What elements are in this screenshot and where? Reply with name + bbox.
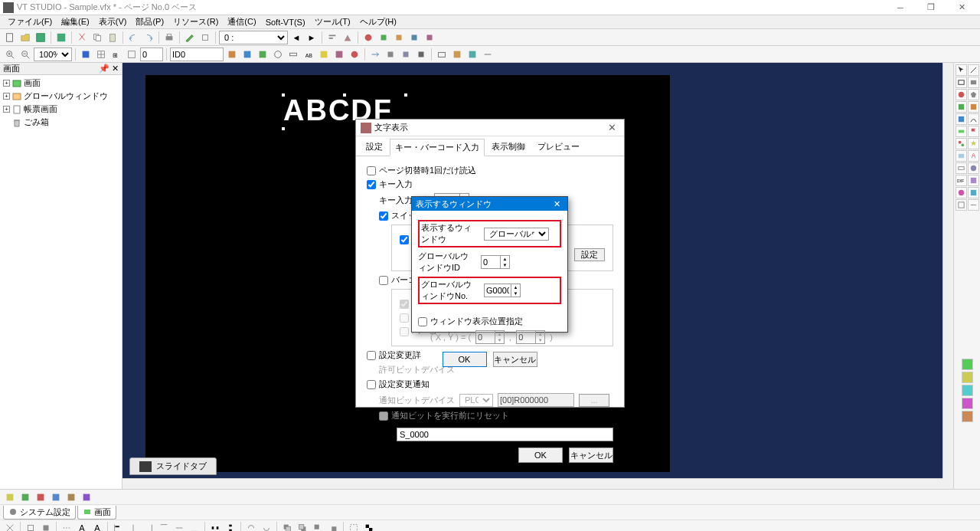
zoomin-icon[interactable] (3, 48, 17, 61)
paste-icon[interactable] (106, 31, 119, 44)
dlg1-ok-button[interactable]: OK (518, 447, 563, 463)
tb2f-icon[interactable]: AB (302, 48, 315, 61)
sel-window[interactable]: グローバルウィンドウ (484, 228, 549, 241)
tab-system[interactable]: システム設定 (3, 506, 76, 520)
rt-magenta-icon[interactable] (962, 398, 973, 409)
bt-ungroup-icon[interactable] (362, 521, 376, 532)
edit-icon[interactable] (183, 31, 197, 44)
tb2m-icon[interactable] (414, 48, 428, 61)
tab-screen[interactable]: 画面 (77, 506, 116, 520)
bt-align1-icon[interactable] (111, 521, 125, 532)
tb2j-icon[interactable] (368, 48, 382, 61)
rt-dxf-icon[interactable]: DXF (956, 175, 967, 186)
rt-combo-icon[interactable] (956, 162, 967, 174)
rt-yellow-icon[interactable] (962, 372, 973, 383)
tb2l-icon[interactable] (399, 48, 413, 61)
bt-order3-icon[interactable] (311, 521, 325, 532)
close-button[interactable]: ✕ (946, 1, 977, 15)
bt-dist2-icon[interactable] (224, 521, 237, 532)
tb2b-icon[interactable] (240, 48, 254, 61)
chk-page-switch[interactable]: ページ切替時1回だけ読込 (367, 165, 613, 176)
menu-view[interactable]: 表示(V) (94, 16, 132, 28)
bt-c2-icon[interactable] (24, 521, 38, 532)
tree-item-trash[interactable]: ごみ箱 (2, 116, 120, 129)
color-icon[interactable] (79, 48, 93, 61)
dlg2-cancel-button[interactable]: キャンセル (493, 352, 537, 367)
page-combo[interactable]: 0 : (219, 31, 288, 44)
bt-align3-icon[interactable] (142, 521, 155, 532)
tb2c-icon[interactable] (256, 48, 270, 61)
menu-comm[interactable]: 通信(C) (223, 16, 260, 28)
tree-item-report[interactable]: + 帳票画面 (2, 103, 120, 116)
tb2h-icon[interactable] (332, 48, 346, 61)
num1-input[interactable] (140, 48, 163, 61)
rt-part4-icon[interactable] (956, 126, 967, 137)
rt-part12-icon[interactable] (956, 199, 967, 211)
scrollbar-v[interactable] (942, 63, 953, 478)
rt-arc-icon[interactable] (968, 113, 979, 125)
menu-parts[interactable]: 部品(P) (131, 16, 168, 28)
tb2i-icon[interactable] (348, 48, 361, 61)
new-icon[interactable] (3, 31, 17, 44)
chk-key-input[interactable]: キー入力 (367, 179, 613, 190)
bt-a2-icon[interactable] (18, 490, 32, 504)
bt-a5-icon[interactable] (64, 490, 78, 504)
open-icon[interactable] (18, 31, 32, 44)
bt-order2-icon[interactable] (296, 521, 309, 532)
bt-order1-icon[interactable] (280, 521, 294, 532)
t2-icon[interactable] (377, 31, 390, 44)
next-icon[interactable]: ► (305, 31, 318, 44)
tb2k-icon[interactable] (384, 48, 397, 61)
tab-preview[interactable]: プレビュー (532, 138, 585, 156)
bt-a1-icon[interactable] (3, 490, 17, 504)
rt-shape-icon[interactable] (956, 138, 967, 149)
rt-part13-icon[interactable] (968, 199, 979, 211)
bt-c5-icon[interactable]: A (75, 521, 89, 532)
menu-resource[interactable]: リソース(R) (168, 16, 223, 28)
rt-cursor-icon[interactable] (956, 64, 967, 76)
tb2q-icon[interactable] (481, 48, 495, 61)
rt-part3-icon[interactable] (956, 113, 967, 125)
bt-order4-icon[interactable] (326, 521, 340, 532)
bt-a3-icon[interactable] (34, 490, 47, 504)
rt-poly-icon[interactable] (968, 89, 979, 100)
rt-image-icon[interactable] (956, 150, 967, 162)
tb2o-icon[interactable] (450, 48, 464, 61)
bt-a4-icon[interactable] (49, 490, 63, 504)
rt-flag-icon[interactable] (968, 126, 979, 137)
rt-part10-icon[interactable] (956, 187, 967, 198)
tb2d-icon[interactable] (271, 48, 285, 61)
align1-icon[interactable] (325, 31, 339, 44)
bt-rot2-icon[interactable] (260, 521, 273, 532)
bt-align5-icon[interactable] (172, 521, 186, 532)
minimize-button[interactable]: ─ (885, 1, 916, 15)
dlg2-ok-button[interactable]: OK (443, 352, 487, 367)
tab-display-ctrl[interactable]: 表示制御 (486, 138, 531, 156)
rt-cyan-icon[interactable] (962, 385, 973, 396)
rt-text-icon[interactable]: A (968, 150, 979, 162)
tb2p-icon[interactable] (466, 48, 479, 61)
rt-part1-icon[interactable] (956, 101, 967, 113)
tree-item-global[interactable]: + グローバルウィンドウ (2, 90, 120, 103)
tab-key-barcode[interactable]: キー・バーコード入力 (390, 139, 485, 156)
tb2e-icon[interactable] (286, 48, 300, 61)
bt-dist1-icon[interactable] (208, 521, 222, 532)
bt-a6-icon[interactable] (80, 490, 93, 504)
rt-part11-icon[interactable] (968, 187, 979, 198)
rt-rect-icon[interactable] (956, 77, 967, 88)
bt-group-icon[interactable] (347, 521, 361, 532)
dialog1-titlebar[interactable]: 文字表示 ✕ (356, 120, 624, 136)
edit2-icon[interactable] (198, 31, 212, 44)
rt-orange-icon[interactable] (962, 411, 973, 422)
tree-item-screen[interactable]: + 画面 (2, 77, 120, 90)
print-icon[interactable] (162, 31, 176, 44)
rt-line-icon[interactable] (968, 64, 979, 76)
t1-icon[interactable] (361, 31, 375, 44)
grid-icon[interactable] (94, 48, 108, 61)
menu-edit[interactable]: 編集(E) (57, 16, 94, 28)
dialog2-titlebar[interactable]: 表示するウィンドウ ✕ (412, 197, 567, 211)
rt-green-icon[interactable] (962, 359, 973, 370)
rt-star-icon[interactable] (968, 138, 979, 149)
tb2g-icon[interactable] (317, 48, 331, 61)
chk-position[interactable]: ウィンドウ表示位置指定 (418, 316, 561, 327)
